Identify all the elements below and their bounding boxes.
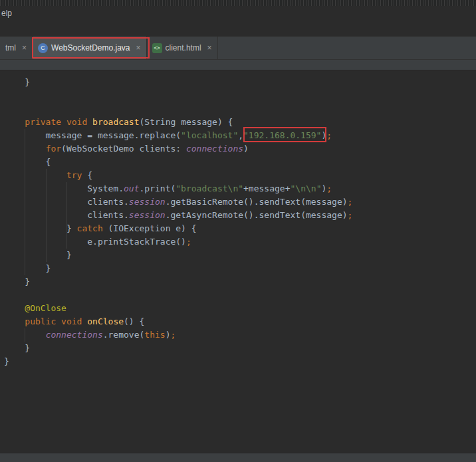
code-line[interactable]: try { bbox=[4, 169, 476, 182]
html-file-icon: <> bbox=[152, 43, 162, 53]
window-title-glyphs bbox=[0, 0, 476, 6]
code-line[interactable]: message = message.replace("localhost","1… bbox=[4, 129, 476, 142]
indent-guide bbox=[46, 169, 47, 262]
code-line[interactable] bbox=[4, 289, 476, 302]
indent-guide bbox=[25, 129, 25, 275]
code-line[interactable]: } catch (IOException e) { bbox=[4, 222, 476, 235]
code-line[interactable]: @OnClose bbox=[4, 302, 476, 315]
tab-label: tml bbox=[5, 43, 16, 53]
menu-bar: elp bbox=[0, 6, 476, 21]
code-line[interactable]: clients.session.getBasicRemote().sendTex… bbox=[4, 195, 476, 209]
editor-tab-bar: tml × C WebSocketDemo.java × <> client.h… bbox=[0, 37, 476, 60]
indent-guide bbox=[66, 182, 67, 249]
code-line[interactable]: private void broadcast(String message) { bbox=[4, 116, 476, 129]
close-icon[interactable]: × bbox=[136, 43, 141, 53]
java-class-icon: C bbox=[38, 43, 48, 53]
code-line[interactable]: } bbox=[4, 342, 476, 355]
code-line[interactable]: } bbox=[4, 249, 476, 262]
tab-label: client.html bbox=[166, 43, 201, 53]
menu-item-help-partial[interactable]: elp bbox=[1, 9, 12, 18]
close-icon[interactable]: × bbox=[22, 43, 27, 53]
code-line[interactable]: clients.session.getAsyncRemote().sendTex… bbox=[4, 209, 476, 222]
close-icon[interactable]: × bbox=[207, 43, 212, 53]
code-area[interactable]: } private void broadcast(String message)… bbox=[4, 76, 476, 368]
code-line[interactable]: e.printStackTrace(); bbox=[4, 235, 476, 249]
tab-client-html[interactable]: <> client.html × bbox=[147, 37, 218, 59]
code-line[interactable]: connections.remove(this); bbox=[4, 328, 476, 342]
tab-websocketdemo-java[interactable]: C WebSocketDemo.java × bbox=[33, 37, 147, 59]
indent-guide bbox=[25, 328, 25, 342]
code-line[interactable]: System.out.print("broadcast\n"+message+"… bbox=[4, 182, 476, 195]
window-top-bar: elp bbox=[0, 0, 476, 37]
tab-label: WebSocketDemo.java bbox=[51, 43, 130, 53]
code-line[interactable]: } bbox=[4, 275, 476, 289]
code-line[interactable]: public void onClose() { bbox=[4, 315, 476, 328]
code-line[interactable]: } bbox=[4, 262, 476, 275]
code-line[interactable]: } bbox=[4, 76, 476, 89]
code-line[interactable] bbox=[4, 89, 476, 102]
status-bar bbox=[0, 453, 476, 462]
tab-html-partial[interactable]: tml × bbox=[0, 37, 33, 59]
code-line[interactable] bbox=[4, 102, 476, 116]
editor[interactable]: } private void broadcast(String message)… bbox=[0, 70, 476, 453]
navigation-strip bbox=[0, 60, 476, 70]
code-line[interactable]: { bbox=[4, 156, 476, 169]
code-line[interactable]: for(WebSocketDemo clients: connections) bbox=[4, 142, 476, 156]
code-line[interactable]: } bbox=[4, 355, 476, 368]
